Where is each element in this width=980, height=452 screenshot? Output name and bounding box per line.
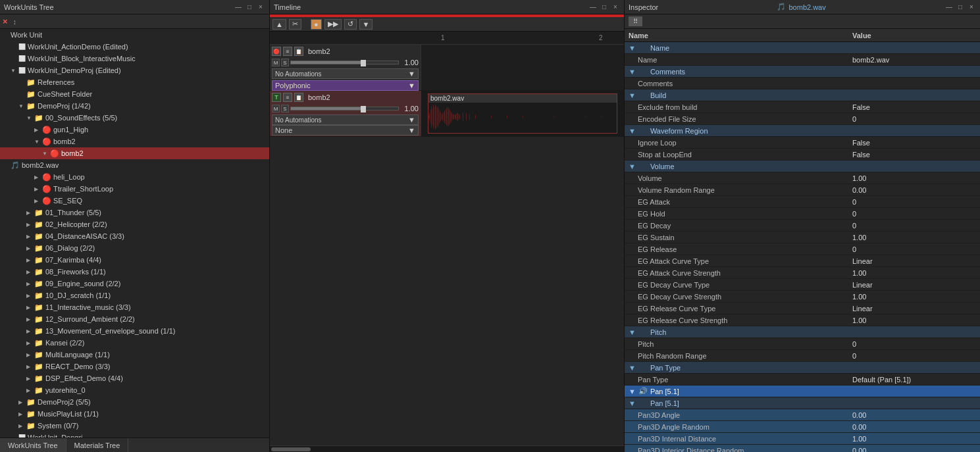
more-button[interactable]: ▼	[359, 19, 373, 30]
track1-vol-btn1[interactable]: M	[272, 59, 280, 66]
insp-row-eg-hold: EG Hold0	[625, 208, 980, 220]
tree-item-musicpl[interactable]: ▶📁MusicPlayList (1/1)	[0, 408, 269, 420]
tree-item-movement[interactable]: ▶📁13_Movement_of_envelope_sound (1/1)	[0, 325, 269, 337]
minimize-icon[interactable]: —	[234, 3, 243, 12]
insp-section-name_section[interactable]: ▼Name	[625, 42, 980, 54]
tree-item-engine[interactable]: ▶📁09_Engine_sound (2/2)	[0, 278, 269, 289]
maximize-icon[interactable]: □	[245, 3, 254, 12]
workunit-tree-panel: WorkUnits Tree — □ × × ↕ Work Unit⬜WorkU…	[0, 0, 270, 452]
insp-row-label: Pitch	[625, 339, 848, 349]
insp-section-comments_section[interactable]: ▼Comments	[625, 66, 980, 78]
tree-item-refs[interactable]: 📁References	[0, 76, 269, 88]
tree-item-demoproj2[interactable]: ▶📁DemoProj2 (5/5)	[0, 396, 269, 408]
insp-row-label: Pan3D Interior Distance Random	[625, 446, 848, 453]
track2-vol-btn1[interactable]: M	[272, 105, 280, 113]
timeline-scrollbar-h[interactable]	[270, 445, 624, 452]
track2-small-btn-2[interactable]: ≡	[283, 93, 292, 102]
tree-item-dj[interactable]: ▶📁10_DJ_scratch (1/1)	[0, 289, 269, 301]
cut-tool-button[interactable]: ✂	[289, 19, 301, 30]
tree-item-label: 00_SoundEffects (5/5)	[45, 114, 117, 122]
tree-item-karimba[interactable]: ▶📁07_Karimba (4/4)	[0, 254, 269, 266]
tree-item-yuto[interactable]: ▶📁yutorehito_0	[0, 384, 269, 396]
tree-item-dist[interactable]: ▶📁04_DistanceAISAC (3/3)	[0, 230, 269, 242]
tree-item-cuesheet[interactable]: 📁CueSheet Folder	[0, 88, 269, 100]
tree-close-button[interactable]: ×	[3, 16, 8, 26]
tree-item-demoproj[interactable]: ▼📁DemoProj (1/42)	[0, 100, 269, 112]
sort-icon[interactable]: ↕	[13, 18, 17, 26]
select-tool-button[interactable]: ▲	[272, 19, 286, 30]
tree-item-system[interactable]: ▶📁System (0/7)	[0, 420, 269, 432]
track2-mode-dropdown[interactable]: None ▼	[272, 125, 419, 136]
tree-item-wu2[interactable]: ⬜WorkUnit_Block_InteractiveMusic	[0, 53, 269, 64]
tree-item-surround[interactable]: ▶📁12_Surround_Ambient (2/2)	[0, 313, 269, 325]
insp-section-volume_section[interactable]: ▼Volume	[625, 161, 980, 172]
tree-item-bomb2wav[interactable]: 🎵bomb2.wav	[0, 159, 269, 171]
track1-dropdown-arrow: ▼	[408, 70, 415, 78]
tl-minimize-icon[interactable]: —	[588, 3, 598, 12]
tree-item-seseq[interactable]: ▶🔴SE_SEQ	[0, 195, 269, 207]
tree-item-heli[interactable]: ▶🔴heli_Loop	[0, 171, 269, 183]
wave-icon: 🎵	[11, 161, 20, 170]
tree-item-thunder[interactable]: ▶📁01_Thunder (5/5)	[0, 207, 269, 218]
insp-section-pitch_section[interactable]: ▼Pitch	[625, 326, 980, 338]
close-icon[interactable]: ×	[256, 3, 265, 12]
tree-item-react[interactable]: ▶📁REACT_Demo (3/3)	[0, 361, 269, 372]
insp-section-waveform_section[interactable]: ▼Waveform Region	[625, 125, 980, 137]
track2-automation-dropdown[interactable]: No Automations ▼	[272, 114, 419, 125]
tree-item-wu3[interactable]: ▼⬜WorkUnit_DemoProj (Edited)	[0, 64, 269, 76]
folder-icon: 📁	[26, 78, 36, 87]
track2-volume-slider[interactable]	[290, 107, 399, 111]
insp-section-label: Pan Type	[650, 364, 681, 372]
tree-item-wu_label[interactable]: Work Unit	[0, 29, 269, 41]
tree-item-label: 08_Fireworks (1/1)	[45, 268, 106, 276]
tree-item-wu1[interactable]: ⬜WorkUnit_ActionDemo (Edited)	[0, 41, 269, 53]
insp-section-build_section[interactable]: ▼Build	[625, 89, 980, 101]
tree-item-dongri[interactable]: ⬜WorkUnit_Dongri	[0, 432, 269, 438]
folder-icon: 📁	[26, 90, 36, 99]
bottom-tab-materials-tree[interactable]: Materials Tree	[66, 438, 129, 452]
folder-icon: 📁	[34, 386, 43, 395]
insp-maximize-icon[interactable]: □	[956, 3, 965, 12]
tree-item-label: DemoProj2 (5/5)	[38, 398, 91, 406]
track1-small-btn-3[interactable]: 📋	[294, 47, 303, 56]
track1-header: 🔴 ≡ 📋 bomb2 M S 1.00	[270, 45, 421, 90]
loop-button[interactable]: ↺	[344, 19, 357, 30]
forward-button[interactable]: ▶▶	[324, 19, 342, 30]
tree-item-trailer[interactable]: ▶🔴Ttrailer_ShortLoop	[0, 183, 269, 195]
track2-small-btn-3[interactable]: 📋	[294, 93, 303, 102]
tree-item-kansei[interactable]: ▶📁Kansei (2/2)	[0, 337, 269, 349]
tree-item-dialog[interactable]: ▶📁06_Dialog (2/2)	[0, 242, 269, 254]
track1-small-btn-1[interactable]: 🔴	[272, 47, 281, 56]
tree-item-multi[interactable]: ▶📁MultiLanguage (1/1)	[0, 349, 269, 361]
tree-item-gun1high[interactable]: ▶🔴gun1_High	[0, 124, 269, 136]
insp-row-label: EG Attack Curve Strength	[625, 268, 848, 278]
tree-item-soundfx[interactable]: ▼📁00_SoundEffects (5/5)	[0, 112, 269, 124]
tree-item-bomb2b[interactable]: ▼🔴bomb2	[0, 147, 269, 159]
play-button[interactable]: ●	[311, 19, 322, 30]
tl-maximize-icon[interactable]: □	[600, 3, 609, 12]
bottom-tab-workunits-tree[interactable]: WorkUnits Tree	[0, 438, 66, 452]
track1-automation-dropdown[interactable]: No Automations ▼	[272, 68, 419, 79]
track1-vol-btn2[interactable]: S	[281, 59, 289, 66]
track2-small-btn-1[interactable]: T	[272, 93, 281, 102]
tree-item-dsp[interactable]: ▶📁DSP_Effect_Demo (4/4)	[0, 372, 269, 384]
tree-item-heli2[interactable]: ▶📁02_Helicopter (2/2)	[0, 218, 269, 230]
insp-section-pan51[interactable]: ▼🔊Pan [5.1]	[625, 386, 980, 397]
track1-mode-dropdown[interactable]: Polyphonic ▼	[272, 80, 419, 91]
timeline-scrollbar-thumb[interactable]	[271, 447, 311, 451]
tree-item-label: bomb2	[61, 149, 84, 157]
insp-section-pan51_section[interactable]: ▼Pan [5.1]	[625, 397, 980, 409]
tl-close-icon[interactable]: ×	[611, 3, 620, 12]
tree-item-interactive[interactable]: ▶📁11_Interactive_music (3/3)	[0, 301, 269, 313]
tree-item-fireworks[interactable]: ▶📁08_Fireworks (1/1)	[0, 266, 269, 278]
track1-volume-slider[interactable]	[290, 61, 399, 64]
insp-close-icon[interactable]: ×	[967, 3, 976, 12]
tree-item-label: References	[38, 78, 74, 86]
insp-minimize-icon[interactable]: —	[944, 3, 954, 12]
inspector-tab-grid[interactable]: ⠿	[629, 16, 642, 26]
track2-vol-btn2[interactable]: S	[281, 105, 289, 113]
tree-item-bomb2a[interactable]: ▼🔴bomb2	[0, 136, 269, 147]
folder-icon: 📁	[34, 374, 43, 383]
track1-small-btn-2[interactable]: ≡	[283, 47, 292, 56]
insp-section-pantype_section[interactable]: ▼Pan Type	[625, 362, 980, 374]
